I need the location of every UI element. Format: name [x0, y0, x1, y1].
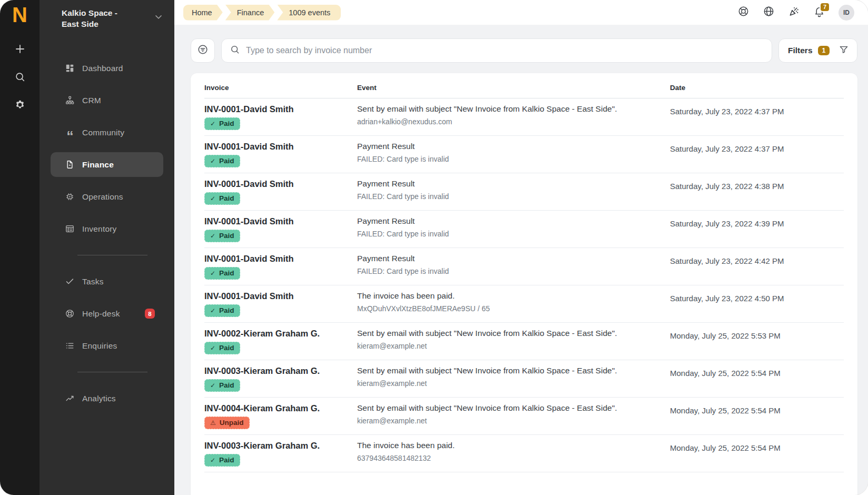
event-date: Monday, July 25, 2022 5:54 PM: [670, 440, 844, 467]
status-badge: ✓ Paid: [204, 304, 240, 317]
help-button[interactable]: [737, 6, 749, 18]
check-icon: ✓: [210, 457, 215, 463]
view-options-button[interactable]: [191, 38, 215, 63]
table-row[interactable]: INV-0003-Kieram Graham G. ✓ Paid Sent by…: [204, 360, 844, 398]
column-header-invoice[interactable]: Invoice: [204, 84, 357, 92]
sidebar-item-community[interactable]: “ Community: [51, 120, 163, 145]
status-badge: ✓ Paid: [204, 155, 240, 167]
invoice-number: INV-0003: [204, 366, 241, 375]
invoice-cell: INV-0004-Kieram Graham G. ⚠ Unpaid: [204, 403, 357, 429]
event-cell: Payment Result FAILED: Card type is inva…: [357, 179, 670, 205]
sidebar-item-operations[interactable]: Operations: [51, 184, 163, 209]
toolbar: Filters 1: [191, 38, 857, 63]
check-icon: ✓: [210, 195, 215, 202]
table-row[interactable]: INV-0001-David Smith ✓ Paid Sent by emai…: [204, 98, 844, 136]
table-row[interactable]: INV-0001-David Smith ✓ Paid Payment Resu…: [204, 248, 844, 285]
invoice-customer: David Smith: [243, 142, 293, 151]
event-title: Payment Result: [357, 141, 657, 152]
status-badge: ✓ Paid: [204, 379, 240, 392]
quote-icon: “: [64, 127, 75, 138]
event-date: Monday, July 25, 2022 5:53 PM: [670, 328, 844, 354]
sidebar-item-tasks[interactable]: Tasks: [51, 269, 163, 294]
event-title: The invoice has been paid.: [357, 440, 657, 451]
workspace-name: Kalkio Space - East Side: [62, 7, 153, 29]
event-title: Sent by email with subject "New Invoice …: [357, 403, 657, 413]
sidebar-item-crm[interactable]: CRM: [51, 88, 163, 113]
notifications-button[interactable]: 7: [813, 6, 825, 18]
table-row[interactable]: INV-0001-David Smith ✓ Paid Payment Resu…: [204, 211, 844, 248]
invoice-cell: INV-0001-David Smith ✓ Paid: [204, 104, 357, 130]
table-row[interactable]: INV-0004-Kieram Graham G. ⚠ Unpaid Sent …: [204, 398, 844, 435]
invoice-customer: Kieram Graham G.: [243, 366, 320, 375]
event-detail: FAILED: Card type is invalid: [357, 266, 657, 276]
event-cell: The invoice has been paid. MxQDuhVXvlXtz…: [357, 291, 670, 317]
search-icon: [230, 44, 240, 57]
trend-up-icon: [64, 393, 75, 404]
breadcrumb-events[interactable]: 1009 events: [277, 5, 341, 21]
sidebar-item-analytics[interactable]: Analytics: [51, 386, 163, 411]
table-row[interactable]: INV-0001-David Smith ✓ Paid Payment Resu…: [204, 136, 844, 173]
sidebar-item-inventory[interactable]: Inventory: [51, 216, 163, 241]
whats-new-button[interactable]: [788, 6, 800, 18]
invoice-number: INV-0001: [204, 254, 241, 263]
sidebar-item-label: Analytics: [82, 394, 116, 403]
column-header-event[interactable]: Event: [357, 84, 670, 92]
sidebar-item-dashboard[interactable]: Dashboard: [51, 56, 163, 81]
sidebar-item-helpdesk[interactable]: Help-desk 8: [51, 301, 163, 326]
warning-icon: ⚠: [210, 420, 216, 426]
event-detail: 637943648581482132: [357, 453, 657, 463]
filters-button[interactable]: Filters 1: [778, 38, 857, 63]
search-icon: [14, 71, 26, 85]
workspace-switcher[interactable]: Kalkio Space - East Side: [40, 7, 174, 29]
event-date: Saturday, July 23, 2022 4:42 PM: [670, 253, 844, 280]
event-cell: Payment Result FAILED: Card type is inva…: [357, 253, 670, 280]
event-title: Sent by email with subject "New Invoice …: [357, 365, 657, 376]
event-cell: Payment Result FAILED: Card type is inva…: [357, 141, 670, 167]
sidebar-divider: [77, 372, 147, 372]
column-header-date[interactable]: Date: [670, 84, 844, 92]
event-date: Saturday, July 23, 2022 4:39 PM: [670, 216, 844, 242]
table-row[interactable]: INV-0001-David Smith ✓ Paid Payment Resu…: [204, 173, 844, 211]
search-input[interactable]: [246, 46, 764, 55]
invoice-number: INV-0003: [204, 441, 241, 450]
table-row[interactable]: INV-0001-David Smith ✓ Paid The invoice …: [204, 285, 844, 323]
topbar: Home Finance 1009 events 7 ID: [174, 0, 868, 25]
check-icon: ✓: [210, 382, 215, 389]
breadcrumb-finance[interactable]: Finance: [225, 5, 275, 21]
avatar[interactable]: ID: [839, 5, 854, 21]
sidebar-item-finance[interactable]: Finance: [51, 152, 163, 177]
event-detail: FAILED: Card type is invalid: [357, 229, 657, 239]
event-date: Monday, July 25, 2022 5:54 PM: [670, 365, 844, 392]
invoice-customer: Kieram Graham G.: [243, 441, 320, 450]
table-body: INV-0001-David Smith ✓ Paid Sent by emai…: [204, 98, 844, 472]
table-row[interactable]: INV-0003-Kieram Graham G. ✓ Paid The inv…: [204, 435, 844, 472]
invoice-cell: INV-0003-Kieram Graham G. ✓ Paid: [204, 365, 357, 392]
check-icon: ✓: [210, 308, 215, 314]
gear-icon: [14, 99, 26, 113]
invoice-cell: INV-0001-David Smith ✓ Paid: [204, 141, 357, 167]
event-date: Monday, July 25, 2022 5:54 PM: [670, 403, 844, 429]
sidebar-item-label: Help-desk: [82, 309, 120, 319]
sidebar-item-enquiries[interactable]: Enquiries: [51, 333, 163, 358]
invoice-customer: David Smith: [243, 254, 293, 263]
breadcrumb-home[interactable]: Home: [183, 5, 223, 21]
status-badge: ✓ Paid: [204, 230, 240, 242]
document-icon: [64, 160, 75, 170]
notification-count-badge: 7: [820, 2, 830, 12]
check-icon: ✓: [210, 345, 215, 351]
add-button[interactable]: [13, 43, 27, 57]
sidebar-item-label: Tasks: [82, 277, 104, 286]
chevron-down-icon: [153, 12, 164, 24]
invoice-number: INV-0001: [204, 216, 241, 226]
check-icon: ✓: [210, 158, 215, 164]
table-row[interactable]: INV-0002-Kieram Graham G. ✓ Paid Sent by…: [204, 323, 844, 360]
globe-icon: [763, 5, 775, 19]
global-search-button[interactable]: [13, 71, 27, 85]
status-badge: ✓ Paid: [204, 267, 240, 280]
sidebar: Kalkio Space - East Side Dashboard CRM “…: [40, 0, 174, 495]
invoice-cell: INV-0001-David Smith ✓ Paid: [204, 179, 357, 205]
filter-circle-icon: [197, 44, 209, 57]
language-button[interactable]: [763, 6, 775, 18]
settings-button[interactable]: [13, 99, 27, 113]
list-icon: [64, 341, 75, 351]
